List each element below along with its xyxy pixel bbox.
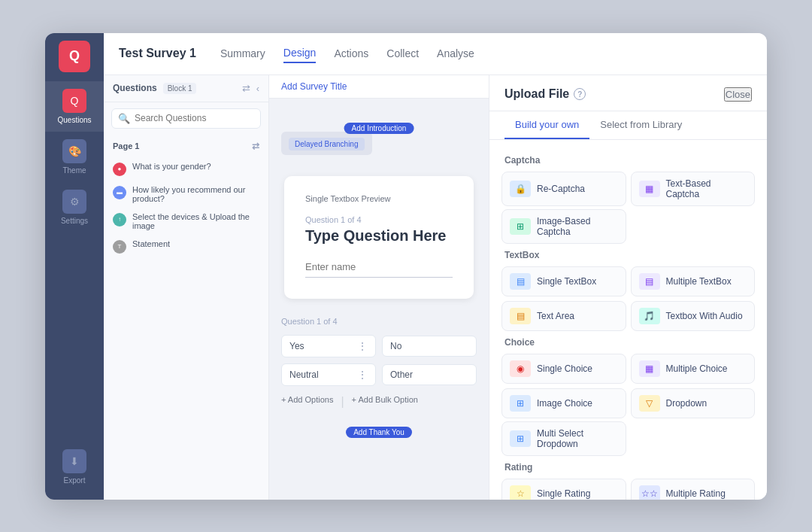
grid-item-multiple-choice[interactable]: ▦ Multiple Choice (631, 354, 756, 384)
sidebar: Q Q Questions 🎨 Theme ⚙ Settings ⬇ Expor… (45, 33, 104, 500)
grid-item-single-rating[interactable]: ☆ Single Rating (501, 479, 626, 500)
add-bulk-btn[interactable]: + Add Bulk Option (352, 395, 418, 409)
preview-card: Single Textbox Preview Question 1 of 4 T… (284, 176, 474, 299)
dots-icon-2[interactable]: ⋮ (357, 369, 368, 381)
image-choice-icon: ⊞ (510, 395, 531, 412)
multiple-choice-icon: ▦ (639, 360, 660, 377)
collapse-icon[interactable]: ‹ (256, 83, 259, 94)
search-box: 🔍 (111, 108, 261, 129)
upload-panel: Upload File ? Close Build your own Selec… (489, 75, 767, 500)
grid-item-multi-select[interactable]: ⊞ Multi Select Dropdown (501, 421, 626, 456)
grid-item-text-captcha[interactable]: ▦ Text-Based Captcha (631, 172, 756, 206)
single-rating-icon: ☆ (510, 485, 531, 500)
add-intro-tag[interactable]: Add Introduction (344, 123, 414, 134)
option-neutral[interactable]: Neutral ⋮ (281, 363, 376, 386)
sidebar-item-label: Questions (57, 116, 91, 124)
tab-build-own[interactable]: Build your own (504, 111, 589, 139)
app-logo: Q (59, 41, 90, 72)
survey-footer-area: Question 1 of 4 Yes ⋮ No Neutral (269, 314, 489, 441)
nav-summary[interactable]: Summary (220, 44, 265, 62)
list-item[interactable]: ● What is your gender? (104, 157, 268, 181)
search-icon: 🔍 (118, 113, 130, 124)
image-captcha-icon: ⊞ (510, 218, 531, 235)
grid-item-textbox-audio[interactable]: 🎵 Textbox With Audio (631, 301, 756, 331)
shuffle-icon[interactable]: ⇄ (242, 83, 250, 94)
add-survey-title-btn[interactable]: Add Survey Title (281, 81, 347, 92)
option-other[interactable]: Other (382, 364, 477, 385)
search-input[interactable] (135, 113, 254, 123)
theme-icon: 🎨 (62, 139, 86, 163)
rating-grid: ☆ Single Rating ☆☆ Multiple Rating 😊 Emo… (501, 479, 755, 500)
panel-title: Questions (113, 83, 157, 93)
radio-icon: ● (113, 163, 126, 176)
top-nav: Test Survey 1 Summary Design Actions Col… (104, 33, 767, 75)
list-item[interactable]: ▬ How likely you recommend our product? (104, 181, 268, 208)
captcha-grid-2: ⊞ Image-Based Captcha (501, 209, 755, 244)
section-captcha-title: Captcha (504, 155, 755, 166)
sidebar-item-settings[interactable]: ⚙ Settings (45, 182, 104, 233)
nav-actions[interactable]: Actions (334, 44, 368, 62)
list-item[interactable]: T Statement (104, 235, 268, 258)
single-textbox-icon: ▤ (510, 273, 531, 290)
answer-input[interactable] (305, 257, 453, 278)
list-item[interactable]: ↑ Select the devices & Upload the image (104, 208, 268, 235)
tab-from-library[interactable]: Select from Library (589, 111, 692, 139)
grid-item-single-choice[interactable]: ◉ Single Choice (501, 354, 626, 384)
nav-analyse[interactable]: Analyse (437, 44, 474, 62)
grid-item-image-captcha[interactable]: ⊞ Image-Based Captcha (501, 209, 626, 244)
grid-item-single-textbox[interactable]: ▤ Single TextBox (501, 266, 626, 296)
option-row-1: Yes ⋮ No (281, 335, 477, 357)
option-no[interactable]: No (382, 336, 477, 357)
sidebar-item-export[interactable]: ⬇ Export (45, 442, 104, 492)
choice-grid-2: ⊞ Multi Select Dropdown (501, 421, 755, 456)
re-captcha-icon: 🔒 (510, 181, 531, 197)
grid-item-re-captcha[interactable]: 🔒 Re-Captcha (501, 172, 626, 206)
option-yes[interactable]: Yes ⋮ (281, 335, 376, 357)
text-area-icon: ▤ (510, 308, 531, 324)
q-total: Question 1 of 4 (281, 317, 477, 326)
q-title[interactable]: Type Question Here (305, 227, 453, 245)
textbox-grid: ▤ Single TextBox ▤ Multiple TextBox ▤ Te… (501, 266, 755, 331)
add-option-btn[interactable]: + Add Options (281, 395, 333, 409)
add-thank-you-tag[interactable]: Add Thank You (346, 427, 412, 438)
grid-item-dropdown[interactable]: ▽ Dropdown (631, 388, 756, 418)
grid-item-text-area[interactable]: ▤ Text Area (501, 301, 626, 331)
slider-icon: ▬ (113, 186, 126, 199)
randomize-icon[interactable]: ⇄ (252, 141, 259, 151)
content-area: Questions Block 1 ⇄ ‹ 🔍 Page 1 ⇄ ● (104, 75, 767, 500)
section-textbox-title: TextBox (504, 250, 755, 260)
grid-item-multiple-textbox[interactable]: ▤ Multiple TextBox (631, 266, 756, 296)
page-label: Page 1 ⇄ (104, 135, 268, 157)
section-list: Captcha 🔒 Re-Captcha ▦ Text-Based Captch… (489, 140, 767, 500)
sidebar-item-label: Settings (61, 217, 88, 225)
tabs-row: Build your own Select from Library (489, 111, 767, 140)
upload-panel-top: Upload File ? Close (489, 75, 767, 111)
grid-item-multiple-rating[interactable]: ☆☆ Multiple Rating (631, 479, 756, 500)
q-counter: Question 1 of 4 (305, 215, 453, 224)
survey-title: Test Survey 1 (119, 47, 196, 60)
sidebar-item-label: Theme (62, 166, 86, 175)
dots-icon[interactable]: ⋮ (357, 340, 368, 352)
app-window: Q Q Questions 🎨 Theme ⚙ Settings ⬇ Expor… (45, 33, 767, 500)
upload-title: Upload File ? (504, 87, 586, 101)
choice-grid: ◉ Single Choice ▦ Multiple Choice ⊞ Imag… (501, 354, 755, 418)
sidebar-bottom: ⬇ Export (45, 442, 104, 500)
option-row-2: Neutral ⋮ Other (281, 363, 477, 386)
captcha-grid: 🔒 Re-Captcha ▦ Text-Based Captcha (501, 172, 755, 206)
add-options-bar: + Add Options | + Add Bulk Option (281, 392, 477, 412)
nav-design[interactable]: Design (283, 44, 317, 63)
help-icon[interactable]: ? (574, 88, 586, 100)
multi-select-icon: ⊞ (510, 430, 531, 447)
grid-item-image-choice[interactable]: ⊞ Image Choice (501, 388, 626, 418)
block-badge[interactable]: Block 1 (163, 83, 197, 94)
sidebar-item-label: Export (64, 476, 86, 485)
branching-badge: Delayed Branching (289, 138, 365, 150)
close-button[interactable]: Close (724, 87, 752, 102)
sidebar-item-theme[interactable]: 🎨 Theme (45, 132, 104, 182)
nav-collect[interactable]: Collect (386, 44, 419, 62)
sidebar-item-questions[interactable]: Q Questions (45, 81, 104, 132)
survey-toolbar: Add Survey Title (269, 75, 489, 99)
main-content: Test Survey 1 Summary Design Actions Col… (104, 33, 767, 500)
multiple-rating-icon: ☆☆ (639, 485, 660, 500)
panel-header: Questions Block 1 ⇄ ‹ (104, 75, 268, 102)
